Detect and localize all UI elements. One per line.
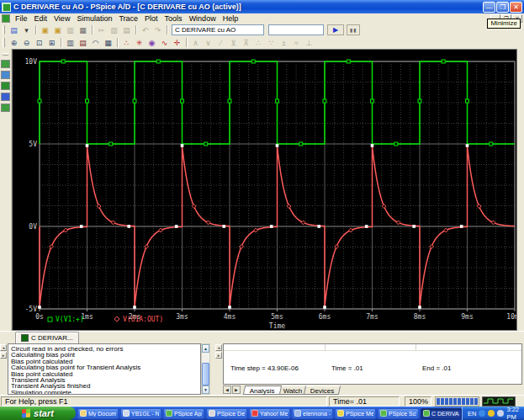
simulation-status-window: ◂ ▸ Time step = 43.90E-06 Time = .01 End… — [215, 343, 522, 395]
language-indicator[interactable]: EN — [468, 410, 476, 417]
menu-tools[interactable]: Tools — [161, 13, 186, 24]
fourier-icon[interactable]: ◠ — [89, 37, 102, 48]
volume-tray-icon[interactable] — [497, 410, 504, 417]
evaluate-goal-function-icon[interactable]: ✳ — [133, 37, 146, 48]
edit-simulation-profile-icon[interactable] — [1, 71, 10, 79]
menu-edit[interactable]: Edit — [31, 13, 51, 24]
column-separator — [325, 344, 326, 351]
run-simulation-icon[interactable] — [1, 82, 10, 90]
log-y-axis-icon[interactable]: ▤ — [77, 37, 89, 48]
tab-scroll-right-icon[interactable]: ▶ — [232, 385, 241, 394]
zoom-in-icon[interactable]: ⊕ — [8, 37, 20, 48]
view-simulation-results-icon[interactable] — [1, 93, 10, 101]
pspice-app-icon — [2, 3, 11, 12]
x-tick-label: 6ms — [319, 313, 331, 321]
performance-analysis-icon[interactable]: ▦ — [102, 37, 114, 48]
u1a-data-marker — [50, 245, 54, 249]
task-label: C DERIVAR... — [431, 411, 459, 417]
maximize-button[interactable]: ❒ — [496, 2, 509, 13]
open-workspace-icon[interactable]: ▣ — [51, 24, 64, 35]
splitter-left-icon[interactable]: ◂ — [0, 344, 7, 351]
status-time-text: Time= .01 — [329, 396, 400, 407]
toolbar-row2-icons: ⊕⊖⊡⊞▥▤◠▦∴✳◉∿✛∧∨∕⊻⊼∴∵±≈⊥ — [8, 37, 315, 48]
tab-devices[interactable]: Devices — [304, 385, 341, 395]
v1-data-marker — [323, 99, 326, 103]
splitter-left-icon[interactable]: ◂ — [215, 344, 222, 351]
pause-button[interactable]: ▮▮ — [347, 24, 360, 35]
u1a-data-marker — [254, 228, 258, 232]
tab-analysis[interactable]: Analysis — [243, 385, 282, 395]
new-file-icon[interactable]: ▤ — [8, 24, 20, 35]
progress-segment — [474, 398, 478, 405]
zoom-area-icon[interactable]: ⊡ — [33, 37, 45, 48]
u1a-data-marker — [287, 205, 291, 209]
menu-help[interactable]: Help — [220, 13, 242, 24]
menu-plot[interactable]: Plot — [141, 13, 161, 24]
display-combo[interactable] — [268, 24, 324, 35]
zoom-out-icon[interactable]: ⊖ — [20, 37, 33, 48]
taskbar-button-8[interactable]: PSpice Sche... — [378, 408, 419, 419]
v1-data-marker — [442, 60, 445, 63]
yahoo-messenger-icon — [251, 410, 258, 417]
scroll-down-icon[interactable]: ▼ — [202, 385, 209, 394]
windows-taskbar: start My Docume...YB1GL - N...PSpice App… — [0, 407, 524, 420]
x-tick-label: 3ms — [176, 313, 188, 321]
messenger-tray-icon[interactable] — [479, 410, 485, 417]
output-window-gutter: ◂ ▸ — [0, 344, 8, 359]
simulation-output-log[interactable]: Circuit read in and checked, no errorsCa… — [8, 343, 201, 395]
menu-simulation[interactable]: Simulation — [73, 13, 115, 24]
close-button[interactable]: ✕ — [510, 2, 522, 13]
output-scrollbar[interactable]: ▲ ▼ — [201, 343, 210, 395]
open-file-icon[interactable]: ▣ — [39, 24, 51, 35]
taskbar-button-1[interactable]: My Docume... — [77, 408, 119, 419]
display-evaluation-icon[interactable]: ◉ — [146, 37, 158, 48]
menu-view[interactable]: View — [50, 13, 73, 24]
shield-tray-icon[interactable] — [488, 410, 495, 417]
taskbar-button-9[interactable]: C DERIVAR... — [421, 408, 462, 419]
u1a-peak-marker — [181, 144, 184, 147]
start-button[interactable]: start — [0, 407, 76, 420]
transient-plot: 10V5V0V-5V0s1ms2ms3ms4ms5ms6ms7ms8ms9ms1… — [13, 50, 516, 330]
taskbar-button-3[interactable]: PSpice Appl... — [163, 408, 204, 419]
u1a-data-marker — [97, 205, 101, 209]
menu-window[interactable]: Window — [186, 13, 220, 24]
menu-trace[interactable]: Trace — [115, 13, 141, 24]
new-simulation-icon[interactable] — [1, 60, 10, 68]
u1a-peak-marker — [466, 144, 469, 147]
legend-u1a-label[interactable]: V(U1A:OUT) — [123, 316, 163, 323]
cursor-toggle-icon[interactable]: ✛ — [171, 37, 183, 48]
taskbar-button-5[interactable]: Yahoo! Mes... — [249, 408, 290, 419]
toolbar-separator — [186, 38, 187, 47]
splitter-right-icon[interactable]: ▸ — [0, 352, 7, 359]
plot-document-tab[interactable]: C DERIVAR... — [15, 332, 79, 343]
zoom-fit-icon[interactable]: ⊞ — [45, 37, 58, 48]
run-button[interactable]: ▶ — [327, 24, 344, 35]
menu-file[interactable]: File — [12, 13, 31, 24]
taskbar-button-4[interactable]: PSpice Des... — [206, 408, 247, 419]
scroll-up-icon[interactable]: ▲ — [202, 344, 209, 353]
u1a-data-marker — [206, 221, 210, 225]
tab-scroll-left-icon[interactable]: ◀ — [223, 385, 231, 394]
mdi-tab-bar: C DERIVAR... — [0, 331, 524, 343]
u1a-baseline-marker — [80, 225, 83, 228]
mark-data-points-icon[interactable]: ∴ — [120, 37, 133, 48]
time-value: Time = .01 — [331, 364, 363, 372]
splitter-right-icon[interactable]: ▸ — [215, 352, 222, 359]
legend-v1-label[interactable]: V(V1:+) — [56, 316, 84, 323]
view-output-file-icon[interactable] — [1, 104, 10, 112]
scrollbar-thumb[interactable] — [202, 363, 209, 385]
taskbar-button-7[interactable]: PSpice Mes... — [335, 408, 376, 419]
v1-data-marker — [394, 142, 398, 146]
log-x-axis-icon[interactable]: ▥ — [64, 37, 77, 48]
taskbar-button-2[interactable]: YB1GL - N... — [120, 408, 161, 419]
minimize-button[interactable]: — — [483, 2, 495, 13]
cursor-trace-icon[interactable]: ∿ — [158, 37, 171, 48]
tab-label: Analysis — [250, 386, 275, 396]
simulation-profile-combo[interactable]: C DERIVARE cu AO — [172, 24, 264, 35]
x-tick-label: 4ms — [224, 313, 236, 321]
task-label: YB1GL - N... — [131, 411, 159, 417]
cursor-peak-icon: ∧ — [189, 37, 202, 48]
new-file-dropdown-icon[interactable]: ▾ — [20, 24, 33, 35]
print-icon[interactable]: ▦ — [77, 24, 89, 35]
taskbar-button-6[interactable]: elennona - ... — [292, 408, 333, 419]
